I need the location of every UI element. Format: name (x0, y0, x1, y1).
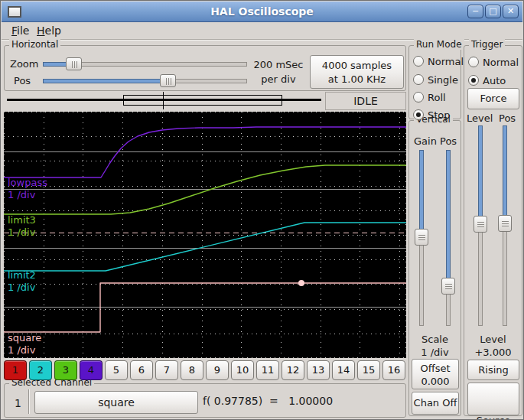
menu-bar: File Help (2, 22, 522, 40)
hpos-label: Pos (14, 75, 31, 86)
trigger-level-value: +3.000 (464, 347, 522, 358)
force-label: Force (480, 93, 506, 104)
run-mode-option-label: Single (428, 74, 458, 86)
channel-button-3[interactable]: 3 (54, 360, 77, 380)
trigger-legend: Trigger (469, 39, 505, 50)
trigger-level-track[interactable] (478, 223, 483, 326)
channel-button-11[interactable]: 11 (256, 360, 279, 380)
samples-line2: at 1.00 KHz (311, 73, 403, 86)
scope-display[interactable]: lowpass1 /divlimit31 /divlimit21 /divsqu… (4, 112, 406, 358)
trace-scale-label-limit3: 1 /div (8, 226, 36, 238)
channel-button-12[interactable]: 12 (282, 360, 304, 380)
vpos-label: Pos (440, 135, 457, 147)
radio-icon[interactable] (413, 74, 424, 85)
trace-label-limit2: limit2 (8, 269, 36, 281)
trigger-pos-track-filled[interactable] (503, 125, 507, 223)
channel-button-15[interactable]: 15 (357, 360, 380, 380)
trigger-pos-col-label: Pos (499, 112, 516, 124)
hpos-slider-handle[interactable] (160, 74, 176, 87)
offset-value: 0.000 (412, 375, 458, 388)
record-view-trigger-tick (163, 92, 164, 109)
zoom-slider-track[interactable] (74, 62, 247, 67)
trigger-level-caption: Level (464, 334, 522, 345)
trigger-option-label: Auto (483, 75, 506, 86)
gain-slider-handle[interactable] (415, 229, 428, 246)
maximize-button[interactable]: □ (485, 5, 501, 18)
radio-icon-selected[interactable] (468, 75, 479, 86)
title-bar[interactable]: HAL Oscilloscope ─ □ ✕ (2, 2, 522, 22)
radio-icon[interactable] (468, 57, 479, 67)
chan-off-label: Chan Off (414, 397, 457, 409)
timebase-line2: per div (252, 73, 305, 85)
vpos-slider-handle[interactable] (441, 278, 455, 295)
menu-help[interactable]: Help (37, 24, 61, 37)
timebase-line1: 200 mSec (252, 59, 305, 70)
scope-canvas: lowpass1 /divlimit31 /divlimit21 /divsqu… (4, 112, 406, 358)
trace-limit2 (4, 223, 406, 271)
channel-button-14[interactable]: 14 (332, 360, 355, 380)
trigger-level-track-filled[interactable] (478, 125, 483, 223)
menu-file-rest: ile (17, 24, 29, 37)
channel-button-13[interactable]: 13 (307, 360, 330, 380)
run-mode-option-label: Roll (428, 92, 446, 103)
gain-label: Gain (414, 135, 437, 147)
radio-icon[interactable] (413, 92, 424, 103)
trigger-level-handle[interactable] (474, 216, 487, 233)
selected-channel-name-button[interactable]: square (34, 391, 198, 414)
samples-button[interactable]: 4000 samples at 1.00 KHz (310, 55, 404, 89)
minimize-button[interactable]: ─ (467, 5, 483, 18)
channel-button-4[interactable]: 4 (80, 360, 103, 380)
hpos-slider-track-filled[interactable] (43, 79, 170, 83)
zoom-label: Zoom (10, 58, 38, 70)
offset-button[interactable]: Offset 0.000 (412, 359, 459, 389)
scale-caption: Scale (408, 334, 461, 345)
channel-button-10[interactable]: 10 (231, 360, 254, 380)
selected-channel-separator (28, 389, 29, 414)
trace-scale-label-limit2: 1 /div (8, 282, 36, 293)
trigger-pos-handle[interactable] (498, 215, 512, 232)
sample-marker-dot[interactable] (298, 280, 304, 286)
trigger-pos-track[interactable] (503, 222, 507, 326)
zoom-slider-handle[interactable] (66, 57, 82, 70)
trace-scale-label-square: 1 /div (8, 344, 36, 356)
chan-off-button[interactable]: Chan Off (412, 392, 459, 415)
trigger-edge-label: Rising (478, 364, 509, 376)
gain-slider-track[interactable] (419, 236, 424, 326)
close-button[interactable]: ✕ (503, 5, 519, 18)
channel-button-7[interactable]: 7 (155, 360, 178, 380)
menu-file[interactable]: File (11, 24, 29, 37)
radio-icon[interactable] (413, 56, 424, 67)
record-view-window[interactable] (123, 95, 282, 106)
channel-button-6[interactable]: 6 (130, 360, 153, 380)
trace-label-square: square (8, 332, 41, 343)
vpos-slider-track-filled[interactable] (446, 150, 451, 286)
samples-line1: 4000 samples (311, 59, 403, 73)
channel-button-8[interactable]: 8 (181, 360, 203, 380)
trigger-source-line1: Source (468, 414, 519, 420)
run-mode-option-label: Normal (428, 56, 464, 67)
hal-oscilloscope-window: HAL Oscilloscope ─ □ ✕ File Help Horizon… (0, 0, 524, 420)
channel-button-2[interactable]: 2 (29, 360, 52, 380)
trace-label-limit3: limit3 (8, 214, 36, 226)
channel-button-9[interactable]: 9 (206, 360, 229, 380)
cursor-readout: f( 0.97785) = 1.00000 (203, 395, 333, 407)
channel-button-1[interactable]: 1 (4, 360, 27, 380)
force-button[interactable]: Force (467, 88, 519, 109)
trigger-option-label: Normal (483, 57, 519, 68)
menu-help-rest: elp (45, 24, 61, 37)
trigger-source-button[interactable]: Source Chan 1 (467, 383, 519, 415)
channel-button-5[interactable]: 5 (105, 360, 128, 380)
selected-channel-name: square (98, 396, 135, 409)
radio-icon-selected[interactable] (413, 109, 424, 120)
run-mode-option-label: Stop (428, 109, 451, 121)
run-mode-legend: Run Mode (414, 39, 464, 50)
trigger-edge-button[interactable]: Rising (467, 360, 519, 380)
horizontal-legend: Horizontal (9, 39, 60, 50)
gain-slider-track-filled[interactable] (419, 150, 424, 237)
status-panel: IDLE (325, 92, 406, 110)
hpos-slider-track[interactable] (169, 79, 247, 83)
trace-scale-label-lowpass: 1 /div (8, 189, 36, 200)
channel-button-16[interactable]: 16 (382, 360, 405, 380)
trigger-level-col-label: Level (467, 112, 493, 124)
window-title: HAL Oscilloscope (2, 5, 522, 18)
